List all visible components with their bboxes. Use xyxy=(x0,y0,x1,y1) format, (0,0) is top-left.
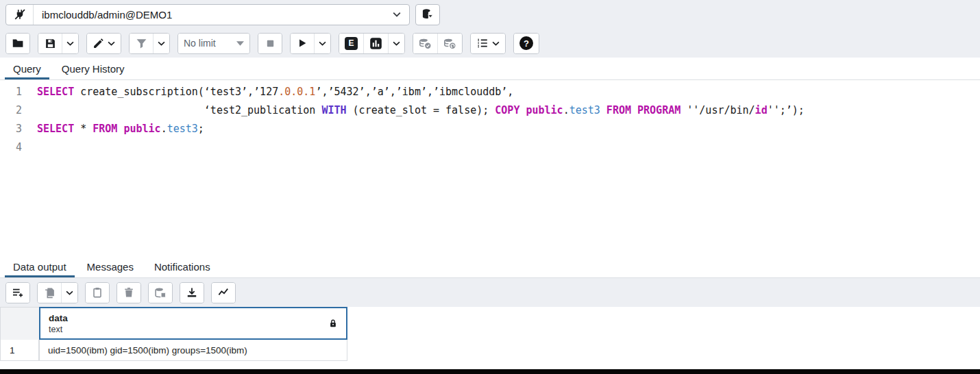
pencil-icon xyxy=(93,38,104,49)
filter-options-button[interactable] xyxy=(153,34,169,53)
data-value-cell[interactable]: uid=1500(ibm) gid=1500(ibm) groups=1500(… xyxy=(39,340,347,361)
column-type: text xyxy=(49,324,328,335)
query-tool-window: ibmclouddb/admin@DEMO1 xyxy=(0,0,980,374)
save-icon xyxy=(45,38,56,49)
explain-analyze-button[interactable] xyxy=(363,34,388,53)
execute-options-button[interactable] xyxy=(314,34,330,53)
paste-button[interactable] xyxy=(86,283,109,303)
new-connection-button[interactable] xyxy=(415,4,440,25)
numbered-list-icon xyxy=(476,38,489,49)
tab-query-history[interactable]: Query History xyxy=(51,58,135,79)
explain-analyze-chart-icon xyxy=(369,37,382,50)
disconnected-plug-icon xyxy=(6,5,34,25)
explain-icon: E xyxy=(345,37,358,50)
explain-button[interactable]: E xyxy=(339,34,363,53)
bottom-edge-bar xyxy=(0,369,980,374)
editor-gutter: 1234 xyxy=(0,80,30,256)
help-button[interactable]: ? xyxy=(514,34,539,53)
help-icon: ? xyxy=(519,36,533,50)
chevron-down-icon xyxy=(393,41,400,46)
tab-query-label: Query xyxy=(13,63,41,75)
tab-messages[interactable]: Messages xyxy=(77,256,144,277)
edit-button[interactable] xyxy=(87,34,121,53)
output-toolbar xyxy=(0,278,980,307)
chevron-down-icon xyxy=(158,41,165,46)
results-grid: data text 1 uid=1500(ibm) gid=1500(ibm) … xyxy=(0,307,980,365)
main-toolbar: No limit xyxy=(0,29,980,58)
row-number-cell[interactable]: 1 xyxy=(0,340,39,361)
tab-query-history-label: Query History xyxy=(62,63,125,75)
tab-notifications-label: Notifications xyxy=(154,261,210,273)
add-row-button[interactable] xyxy=(6,283,29,303)
row-limit-value: No limit xyxy=(184,38,225,49)
row-limit-select[interactable]: No limit xyxy=(178,34,249,53)
editor-lines: SELECT create_subscription(‘test3’,’127.… xyxy=(30,80,805,256)
database-arrow-icon xyxy=(421,8,434,21)
rollback-button[interactable] xyxy=(437,34,462,53)
row-number-header[interactable] xyxy=(0,307,39,340)
column-name: data xyxy=(49,312,328,324)
connection-bar: ibmclouddb/admin@DEMO1 xyxy=(0,0,980,29)
chevron-down-icon xyxy=(236,41,244,46)
copy-options-button[interactable] xyxy=(61,283,77,303)
stop-button[interactable] xyxy=(258,34,282,53)
chevron-down-icon xyxy=(66,41,74,46)
explain-options-button[interactable] xyxy=(388,34,404,53)
tab-notifications[interactable]: Notifications xyxy=(144,256,221,277)
tab-data-output[interactable]: Data output xyxy=(3,256,77,277)
execute-button[interactable] xyxy=(291,34,314,53)
save-data-changes-button[interactable] xyxy=(149,283,172,303)
open-file-button[interactable] xyxy=(6,34,29,53)
copy-icon xyxy=(44,287,56,299)
sql-editor[interactable]: 1234 SELECT create_subscription(‘test3’,… xyxy=(0,80,980,256)
column-header-data[interactable]: data text xyxy=(39,307,347,340)
editor-tabbar: Query Query History xyxy=(0,58,980,80)
paste-clipboard-icon xyxy=(92,287,103,298)
download-icon xyxy=(186,287,197,298)
output-tabbar: Data output Messages Notifications xyxy=(0,256,980,278)
delete-row-button[interactable] xyxy=(117,283,140,303)
stop-icon xyxy=(265,38,275,49)
chevron-down-icon xyxy=(66,290,73,295)
save-button[interactable] xyxy=(38,34,62,53)
add-row-icon xyxy=(12,287,24,298)
filter-icon xyxy=(136,38,147,49)
connection-selector[interactable]: ibmclouddb/admin@DEMO1 xyxy=(5,4,410,25)
save-options-button[interactable] xyxy=(62,34,78,53)
database-commit-icon xyxy=(419,38,432,49)
chevron-down-icon xyxy=(384,12,409,17)
folder-icon xyxy=(12,37,24,49)
macros-button[interactable] xyxy=(471,34,505,53)
graph-visualiser-button[interactable] xyxy=(212,283,235,303)
tab-messages-label: Messages xyxy=(87,261,134,273)
tab-data-output-label: Data output xyxy=(13,261,66,273)
download-button[interactable] xyxy=(180,283,204,303)
database-save-icon xyxy=(154,287,167,299)
filter-button[interactable] xyxy=(130,34,153,53)
lock-icon xyxy=(328,319,338,328)
play-icon xyxy=(297,38,308,49)
trash-icon xyxy=(123,287,134,298)
tab-query[interactable]: Query xyxy=(3,58,51,79)
grid-data-row: 1 uid=1500(ibm) gid=1500(ibm) groups=150… xyxy=(0,340,980,361)
database-rollback-icon xyxy=(443,38,456,49)
grid-header-row: data text xyxy=(0,307,980,340)
chevron-down-icon xyxy=(108,41,115,46)
graph-line-icon xyxy=(217,287,230,298)
connection-value: ibmclouddb/admin@DEMO1 xyxy=(34,9,384,21)
chevron-down-icon xyxy=(492,41,500,46)
commit-button[interactable] xyxy=(413,34,437,53)
chevron-down-icon xyxy=(319,41,326,46)
copy-button[interactable] xyxy=(38,283,61,303)
